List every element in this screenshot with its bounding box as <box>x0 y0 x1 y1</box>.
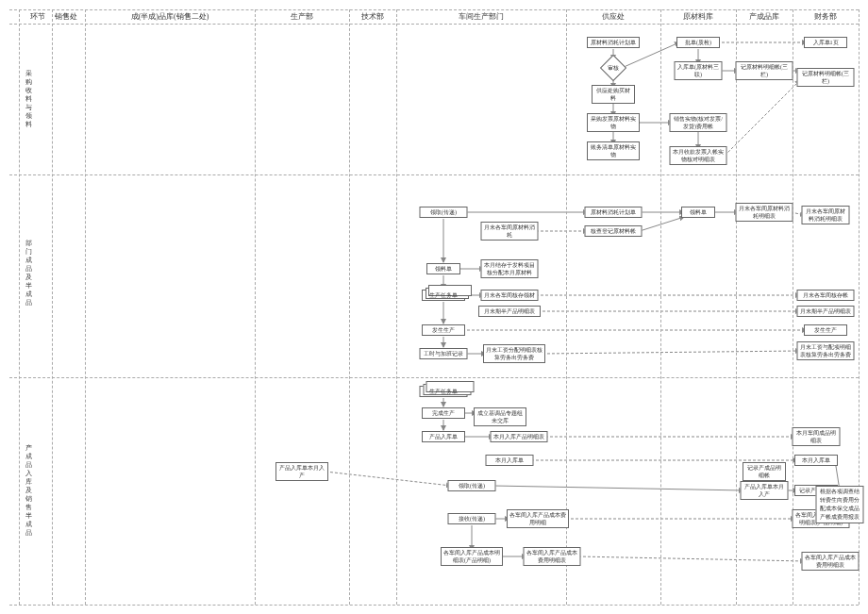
flow-box: 月末各车间原材料消耗 <box>481 222 539 241</box>
flow-box: 本月车间成品明细表 <box>793 427 841 446</box>
flow-box: 月末期半产品明细表 <box>478 306 541 317</box>
flow-box: 本月收款发票入帐实物核对明细表 <box>670 146 727 165</box>
lane-header: 产成品库 <box>749 11 779 22</box>
flow-box: 批单(质检) <box>676 37 720 48</box>
flow-box: 产品入库单本月入产 <box>741 481 789 500</box>
flow-box: 各车间入库产品成本明细表(产品明细) <box>441 547 503 566</box>
flow-box: 本月入库单 <box>794 455 838 466</box>
flow-box: 领取(传递) <box>420 207 468 218</box>
flow-box: 入库单(原材料三联) <box>675 61 723 80</box>
lane-divider <box>19 9 20 605</box>
flow-box: 本月结存于发料项目核分配本月原材料 <box>481 259 539 278</box>
flow-box: 账务清单原材料实物 <box>587 141 640 160</box>
summary-box: 根据各项调查结转费生向费用分配成本保交成品产帐成费用报表 <box>816 486 864 523</box>
flow-box: 生产任务单 <box>422 290 465 301</box>
lane-header: 环节 <box>30 11 45 22</box>
flow-box: 各车间入库产品成本费用明细表 <box>802 552 860 571</box>
svg-line-43 <box>578 556 805 561</box>
flow-box: 产品入库单 <box>422 431 465 442</box>
svg-line-28 <box>542 351 800 354</box>
row-label: 采购收料与领料 <box>24 70 33 129</box>
lane-header: 成(半成)品库(销售二处) <box>131 11 209 22</box>
flow-box: 领料单 <box>681 207 715 218</box>
flow-box: 领取(传递) <box>448 480 496 491</box>
flow-box: 本月入库单 <box>486 455 534 466</box>
flow-box: 记原材料明细帐(三栏) <box>736 61 793 80</box>
lane-header: 原材料库 <box>683 11 713 22</box>
flow-box: 销售实物(核对发票/发货)费用帐 <box>670 113 727 132</box>
lane-header: 生产部 <box>291 11 313 22</box>
flow-box: 各车间入库产品成本费用明细 <box>507 509 569 528</box>
row-divider <box>9 174 859 175</box>
flow-box: 记原材料明细帐(三栏) <box>797 68 855 87</box>
flow-box: 月末各车间核存帐 <box>797 290 855 301</box>
row-divider <box>9 24 859 25</box>
lane-header: 车间生产部门 <box>459 11 504 22</box>
flow-box: 月末各车间原材料消耗明细表 <box>802 206 850 224</box>
lane-divider <box>736 9 737 605</box>
flow-box: 月末期半产品明细表 <box>797 306 855 317</box>
flow-box: 原材料消耗计划单 <box>587 37 640 48</box>
lane-divider <box>349 9 350 605</box>
row-label: 部门成品及半成品 <box>24 240 33 307</box>
flow-box: 发生生产 <box>422 324 465 336</box>
lane-divider <box>52 9 53 605</box>
flow-box: 采购发票原材料实物 <box>587 113 640 132</box>
lane-divider <box>396 9 397 605</box>
flow-box: 各车间入库产品成本费用明细表 <box>524 547 581 566</box>
flow-box: 产品入库单本月入产 <box>275 462 328 481</box>
flow-box: 领料单 <box>426 263 460 274</box>
flow-box: 月末各车间原材料消耗明细表 <box>736 203 793 222</box>
swimlane-diagram: 环节销售处成(半成)品库(销售二处)生产部技术部车间生产部门供应处原材料库产成品… <box>9 9 859 605</box>
lane-divider <box>85 9 86 605</box>
flow-box: 本月入库产品明细表 <box>491 431 548 442</box>
flow-box: 原材料消耗计划单 <box>585 207 643 218</box>
flow-box: 生产任务单 <box>420 386 468 397</box>
lane-header: 供应处 <box>602 11 625 22</box>
flow-box: 供应处购买材料 <box>592 85 635 104</box>
connector-layer <box>9 9 859 605</box>
lane-header: 财务部 <box>814 11 837 22</box>
flow-box: 工时与加班记录 <box>420 348 468 359</box>
row-label: 产成品入库及销售半成品 <box>24 444 33 538</box>
flow-box: 核查登记原材料帐 <box>585 225 643 237</box>
svg-line-16 <box>640 217 684 231</box>
lane-divider <box>660 9 661 605</box>
lane-header: 销售处 <box>55 11 77 22</box>
svg-line-35 <box>326 472 451 486</box>
lane-header: 技术部 <box>361 11 384 22</box>
flow-box: 月末各车间核存领材 <box>481 290 539 301</box>
flow-box: 发生生产 <box>804 324 847 336</box>
lane-divider <box>255 9 256 605</box>
audit-decision <box>600 55 626 81</box>
row-divider <box>9 377 859 378</box>
flow-box: 月末工资与配项明细表核算劳务出劳务费 <box>797 341 855 360</box>
flow-box: 完成生产 <box>422 407 465 419</box>
row-divider <box>9 605 859 606</box>
row-divider <box>9 9 859 10</box>
flow-box: 成立基调品专题组未交库 <box>474 407 526 426</box>
flow-box: 月末工资分配明细表核算劳务出劳务费 <box>483 344 545 363</box>
flow-box: 接收(传递) <box>448 513 496 524</box>
svg-line-36 <box>493 486 743 490</box>
flow-box: 记录产成品明细帐 <box>743 462 786 481</box>
flow-box: 入库单1页 <box>804 37 847 48</box>
